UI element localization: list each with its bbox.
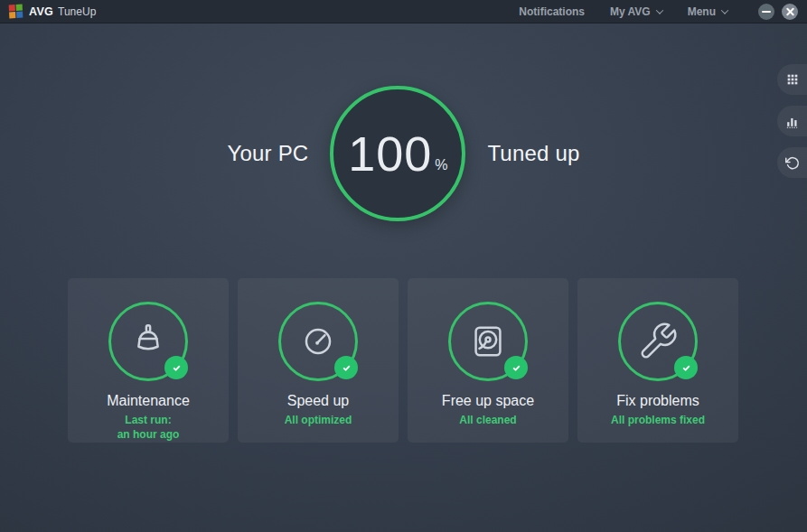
wrench-icon [637,321,679,362]
card-status: All problems fixed [577,414,738,428]
score-value: 100 [348,129,432,178]
minimize-button[interactable] [758,4,774,20]
apps-panel-button[interactable] [777,64,807,95]
product-name: TuneUp [58,5,96,18]
card-title: Free up space [408,393,568,409]
tuneup-score-circle: 100 % [330,86,465,221]
hero-left-label: Your PC [227,141,308,166]
speedometer-icon [297,321,339,362]
menu-menu-item[interactable]: Menu [688,5,727,18]
check-badge [334,356,358,379]
hard-disk-icon [467,321,509,362]
broom-icon [127,321,169,362]
card-title: Speed up [238,393,399,409]
apps-grid-icon [785,72,800,87]
chevron-down-icon [655,6,662,14]
check-icon [340,361,353,375]
history-rotate-ccw-icon [784,155,800,171]
check-badge [504,356,528,379]
check-icon [680,361,693,375]
avg-logo-icon [9,5,23,19]
feature-cards: Maintenance Last run: an hour ago S [68,278,738,443]
notifications-label: Notifications [519,5,585,18]
minus-icon [762,11,771,13]
close-button[interactable] [782,4,798,20]
window-controls [758,4,798,20]
fix-problems-icon-ring [618,302,698,381]
titlebar: AVG TuneUp Notifications My AVG Menu [0,0,807,23]
my-avg-menu-item[interactable]: My AVG [610,5,662,18]
speed-up-icon-ring [278,302,358,381]
card-title: Maintenance [68,393,229,409]
history-panel-button[interactable] [777,147,807,178]
chevron-down-icon [721,6,728,14]
check-icon [170,361,183,375]
maintenance-card[interactable]: Maintenance Last run: an hour ago [68,278,229,443]
titlebar-menu: Notifications My AVG Menu [519,0,798,23]
free-up-space-icon-ring [448,302,528,381]
avg-tuneup-window: AVG TuneUp Notifications My AVG Menu You… [0,0,807,532]
speed-up-card[interactable]: Speed up All optimized [238,278,399,443]
free-up-space-card[interactable]: Free up space All cleaned [408,278,568,443]
pc-health-hero: Your PC 100 % Tuned up [0,86,807,221]
card-status: Last run: an hour ago [68,414,229,442]
card-status: All optimized [238,414,399,428]
card-title: Fix problems [577,393,738,409]
maintenance-icon-ring [108,302,188,381]
brand-name: AVG [29,5,53,18]
notifications-menu-item[interactable]: Notifications [519,5,585,18]
check-badge [164,356,188,379]
my-avg-label: My AVG [610,5,651,18]
score-percent-sign: % [435,157,447,173]
hero-right-label: Tuned up [487,141,579,166]
statistics-panel-button[interactable] [777,106,807,136]
statistics-bar-chart-icon [784,114,800,129]
fix-problems-card[interactable]: Fix problems All problems fixed [577,278,738,443]
check-icon [510,361,523,375]
card-status: All cleaned [408,414,568,428]
menu-label: Menu [688,5,716,18]
check-badge [674,356,698,379]
